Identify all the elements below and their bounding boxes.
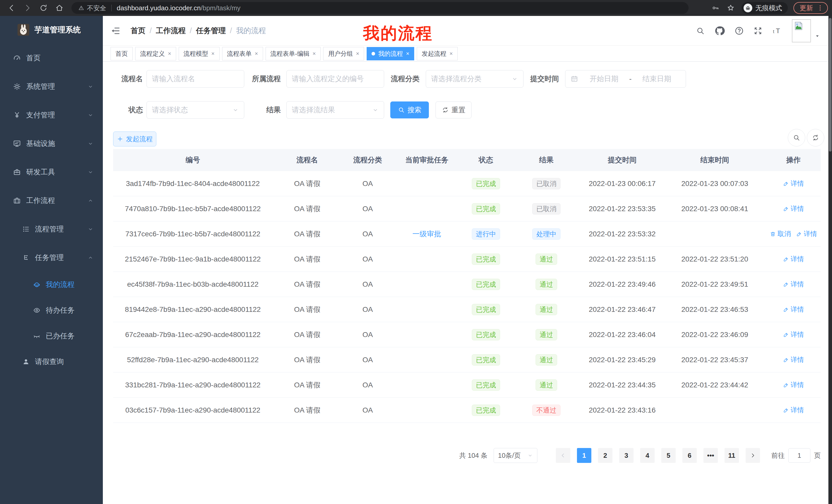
action-详情-link[interactable]: 详情 bbox=[783, 179, 804, 188]
page-scrollbar[interactable] bbox=[828, 16, 832, 504]
browser-reload-icon[interactable] bbox=[39, 4, 48, 12]
close-icon[interactable]: × bbox=[255, 50, 258, 57]
close-icon[interactable]: × bbox=[356, 50, 359, 57]
action-详情-link[interactable]: 详情 bbox=[783, 355, 804, 364]
sidebar-item-流程管理[interactable]: 流程管理 bbox=[0, 215, 103, 243]
breadcrumb-item-首页[interactable]: 首页 bbox=[131, 26, 146, 36]
tab-用户分组[interactable]: 用户分组× bbox=[323, 47, 364, 60]
monitor-icon bbox=[13, 139, 21, 148]
close-icon[interactable]: × bbox=[313, 50, 316, 57]
page-size-select[interactable]: 10条/页 bbox=[494, 448, 537, 463]
pencil-icon bbox=[783, 382, 789, 388]
sidebar-item-工作流程[interactable]: 工作流程 bbox=[0, 186, 103, 215]
cell-process-id: 2152467e-7b9b-11ec-9a1b-acde48001122 bbox=[113, 247, 272, 272]
browser-home-icon[interactable] bbox=[55, 4, 64, 12]
help-icon[interactable] bbox=[734, 26, 744, 36]
browser-menu-icon[interactable] bbox=[816, 4, 824, 11]
action-取消-link[interactable]: 取消 bbox=[770, 229, 791, 239]
browser-update-button[interactable]: 更新 bbox=[794, 2, 828, 14]
sidebar-item-研发工具[interactable]: 研发工具 bbox=[0, 158, 103, 186]
prev-page-button[interactable] bbox=[556, 448, 570, 463]
submit-time-range-picker[interactable]: 开始日期 - 结束日期 bbox=[565, 70, 686, 88]
font-size-icon[interactable]: tT bbox=[772, 25, 783, 36]
sidebar-item-label: 首页 bbox=[26, 53, 41, 63]
fullscreen-icon[interactable] bbox=[753, 26, 762, 35]
refresh-table-button[interactable] bbox=[807, 129, 824, 146]
sidebar-item-系统管理[interactable]: 系统管理 bbox=[0, 72, 103, 101]
page-button-6[interactable]: 6 bbox=[682, 448, 697, 463]
tab-流程表单-编辑[interactable]: 流程表单-编辑× bbox=[266, 47, 321, 60]
tab-流程定义[interactable]: 流程定义× bbox=[135, 47, 176, 60]
current-task-link[interactable]: 一级审批 bbox=[412, 229, 441, 239]
action-详情-link[interactable]: 详情 bbox=[783, 405, 804, 415]
close-icon[interactable]: × bbox=[211, 50, 215, 57]
tab-label: 流程表单-编辑 bbox=[270, 50, 310, 58]
address-bar[interactable]: 不安全 dashboard.yudao.iocoder.cn /bpm/task… bbox=[72, 2, 688, 14]
sidebar-item-首页[interactable]: 首页 bbox=[0, 44, 103, 72]
close-icon[interactable]: × bbox=[449, 50, 453, 57]
sidebar-item-任务管理[interactable]: 任务管理 bbox=[0, 243, 103, 272]
process-name-field[interactable] bbox=[147, 70, 244, 88]
category-select[interactable]: 请选择流程分类 bbox=[426, 70, 523, 88]
tab-流程模型[interactable]: 流程模型× bbox=[179, 47, 219, 60]
reset-button[interactable]: 重置 bbox=[436, 102, 471, 118]
tab-首页[interactable]: 首页 bbox=[110, 47, 133, 60]
user-avatar[interactable] bbox=[792, 19, 811, 43]
action-详情-link[interactable]: 详情 bbox=[783, 330, 804, 339]
key-icon[interactable] bbox=[712, 4, 719, 12]
page-button-2[interactable]: 2 bbox=[598, 448, 613, 463]
sidebar-item-待办任务[interactable]: 待办任务 bbox=[0, 298, 103, 323]
chevron-down-icon bbox=[87, 83, 94, 90]
cell-actions: 详情 bbox=[766, 297, 821, 322]
close-icon[interactable]: × bbox=[406, 50, 409, 57]
list-tree-icon bbox=[22, 225, 30, 233]
sidebar-item-请假查询[interactable]: 请假查询 bbox=[0, 349, 103, 374]
github-icon[interactable] bbox=[714, 25, 725, 36]
sidebar-toggle-icon[interactable] bbox=[110, 26, 121, 36]
action-详情-link[interactable]: 详情 bbox=[783, 255, 804, 263]
page-button-1[interactable]: 1 bbox=[577, 448, 591, 463]
bookmark-star-icon[interactable] bbox=[727, 4, 735, 12]
search-icon[interactable] bbox=[696, 26, 705, 35]
parent-process-input[interactable] bbox=[292, 75, 379, 83]
goto-page-input[interactable] bbox=[788, 448, 810, 463]
result-badge: 已取消 bbox=[532, 178, 561, 189]
status-select[interactable]: 请选择状态 bbox=[147, 101, 244, 119]
svg-text:T: T bbox=[776, 27, 780, 34]
action-详情-link[interactable]: 详情 bbox=[783, 381, 804, 389]
tab-我的流程[interactable]: 我的流程× bbox=[367, 47, 414, 60]
browser-forward-icon[interactable] bbox=[23, 4, 32, 12]
action-详情-link[interactable]: 详情 bbox=[796, 229, 817, 239]
parent-process-field[interactable] bbox=[286, 70, 384, 88]
sidebar-item-已办任务[interactable]: 已办任务 bbox=[0, 323, 103, 349]
action-详情-link[interactable]: 详情 bbox=[783, 204, 804, 213]
cell-process-id: 7317cec6-7b9b-11ec-b5b7-acde48001122 bbox=[113, 221, 272, 246]
close-icon[interactable]: × bbox=[168, 50, 171, 57]
incognito-icon bbox=[744, 4, 752, 12]
sidebar-item-我的流程[interactable]: 我的流程 bbox=[0, 272, 103, 298]
search-button[interactable]: 搜索 bbox=[390, 102, 429, 118]
scrollbar-thumb[interactable] bbox=[829, 18, 831, 151]
action-详情-link[interactable]: 详情 bbox=[783, 305, 804, 314]
page-button-4[interactable]: 4 bbox=[640, 448, 655, 463]
sidebar-item-基础设施[interactable]: 基础设施 bbox=[0, 129, 103, 158]
sidebar-item-支付管理[interactable]: 支付管理 bbox=[0, 101, 103, 129]
tab-流程表单[interactable]: 流程表单× bbox=[222, 47, 263, 60]
process-name-input[interactable] bbox=[152, 75, 239, 83]
cell-process-id: ec45f38f-7b9a-11ec-b03b-acde48001122 bbox=[113, 272, 272, 297]
table-row: 2152467e-7b9b-11ec-9a1b-acde48001122OA 请… bbox=[113, 247, 821, 272]
breadcrumb-item-工作流程[interactable]: 工作流程 bbox=[156, 26, 186, 36]
result-select[interactable]: 请选择流结果 bbox=[286, 101, 384, 119]
create-process-button[interactable]: 发起流程 bbox=[113, 132, 156, 146]
action-详情-link[interactable]: 详情 bbox=[783, 280, 804, 289]
page-more-button[interactable]: ••• bbox=[703, 448, 718, 463]
next-page-button[interactable] bbox=[746, 448, 760, 463]
show-search-toggle-button[interactable] bbox=[788, 129, 805, 146]
breadcrumb-item-任务管理[interactable]: 任务管理 bbox=[196, 26, 226, 36]
page-button-3[interactable]: 3 bbox=[619, 448, 633, 463]
page-button-5[interactable]: 5 bbox=[661, 448, 676, 463]
browser-back-icon[interactable] bbox=[7, 4, 16, 12]
page-button-11[interactable]: 11 bbox=[725, 448, 739, 463]
avatar-caret-down-icon[interactable] bbox=[814, 33, 820, 39]
tab-发起流程[interactable]: 发起流程× bbox=[417, 47, 458, 60]
